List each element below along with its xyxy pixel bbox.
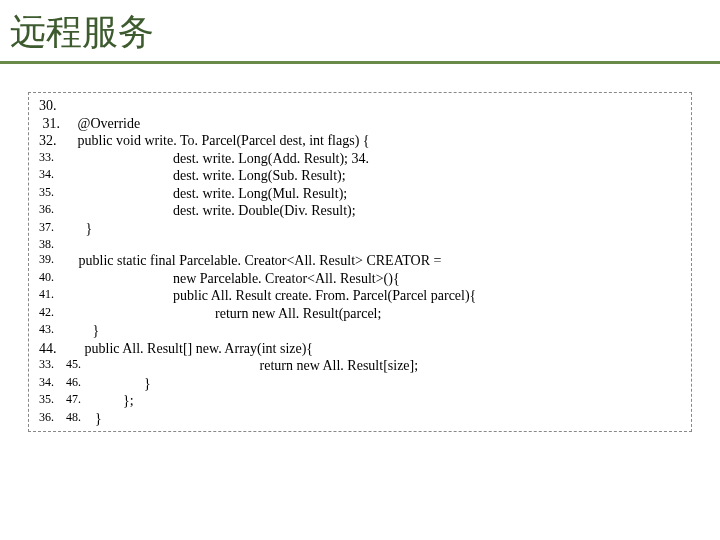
- line-number: 33.: [39, 150, 54, 168]
- line-number: 36.: [39, 202, 54, 220]
- code-text: }: [54, 322, 99, 340]
- slide-title: 远程服务: [10, 11, 154, 52]
- code-line: 41. public All. Result create. From. Par…: [39, 287, 681, 305]
- code-line: 36. dest. write. Double(Div. Result);: [39, 202, 681, 220]
- code-line: 40. new Parcelable. Creator<All. Result>…: [39, 270, 681, 288]
- line-number: 34.: [39, 375, 54, 393]
- line-number-secondary: 47.: [60, 392, 81, 410]
- code-line: 32. public void write. To. Parcel(Parcel…: [39, 132, 681, 150]
- code-line: 33. 45. return new All. Result[size];: [39, 357, 681, 375]
- line-number: 31.: [39, 115, 60, 133]
- code-text: }: [81, 375, 151, 393]
- code-text: }: [81, 410, 102, 428]
- line-number-secondary: 45.: [60, 357, 81, 375]
- code-block: 30. 31. @Override32. public void write. …: [28, 92, 692, 432]
- code-line: 35. 47. };: [39, 392, 681, 410]
- code-text: new Parcelable. Creator<All. Result>(){: [54, 270, 400, 288]
- code-text: };: [81, 392, 134, 410]
- code-line: 42. return new All. Result(parcel;: [39, 305, 681, 323]
- code-text: public static final Parcelable. Creator<…: [54, 252, 441, 270]
- line-number: 33.: [39, 357, 54, 375]
- line-number-secondary: 48.: [60, 410, 81, 428]
- code-line: 31. @Override: [39, 115, 681, 133]
- code-line: 33. dest. write. Long(Add. Result); 34.: [39, 150, 681, 168]
- code-line: 34. dest. write. Long(Sub. Result);: [39, 167, 681, 185]
- code-text: return new All. Result[size];: [81, 357, 418, 375]
- line-number: 43.: [39, 322, 54, 340]
- code-line: 36. 48. }: [39, 410, 681, 428]
- line-number: 39.: [39, 252, 54, 270]
- code-line: 37. }: [39, 220, 681, 238]
- code-line: 34. 46. }: [39, 375, 681, 393]
- line-number-secondary: 46.: [60, 375, 81, 393]
- line-number: 38.: [39, 237, 54, 252]
- code-text: return new All. Result(parcel;: [54, 305, 381, 323]
- code-line: 35. dest. write. Long(Mul. Result);: [39, 185, 681, 203]
- line-number: 36.: [39, 410, 54, 428]
- line-number: 42.: [39, 305, 54, 323]
- slide-title-area: 远程服务: [0, 0, 720, 64]
- code-text: public void write. To. Parcel(Parcel des…: [57, 132, 370, 150]
- code-line: 30.: [39, 97, 681, 115]
- line-number: 32.: [39, 132, 57, 150]
- code-line: 39. public static final Parcelable. Crea…: [39, 252, 681, 270]
- line-number: 30.: [39, 97, 57, 115]
- line-number: 37.: [39, 220, 54, 238]
- line-number: 34.: [39, 167, 54, 185]
- code-text: dest. write. Double(Div. Result);: [54, 202, 356, 220]
- code-text: dest. write. Long(Mul. Result);: [54, 185, 347, 203]
- code-line: 43. }: [39, 322, 681, 340]
- line-number: 35.: [39, 392, 54, 410]
- code-text: @Override: [60, 115, 140, 133]
- line-number: 41.: [39, 287, 54, 305]
- code-lines: 30. 31. @Override32. public void write. …: [39, 97, 681, 427]
- code-text: dest. write. Long(Sub. Result);: [54, 167, 346, 185]
- line-number: 44.: [39, 340, 57, 358]
- code-text: dest. write. Long(Add. Result); 34.: [54, 150, 369, 168]
- line-number: 40.: [39, 270, 54, 288]
- code-text: public All. Result[] new. Array(int size…: [57, 340, 314, 358]
- code-line: 44. public All. Result[] new. Array(int …: [39, 340, 681, 358]
- code-text: public All. Result create. From. Parcel(…: [54, 287, 476, 305]
- code-line: 38.: [39, 237, 681, 252]
- code-text: }: [54, 220, 92, 238]
- line-number: 35.: [39, 185, 54, 203]
